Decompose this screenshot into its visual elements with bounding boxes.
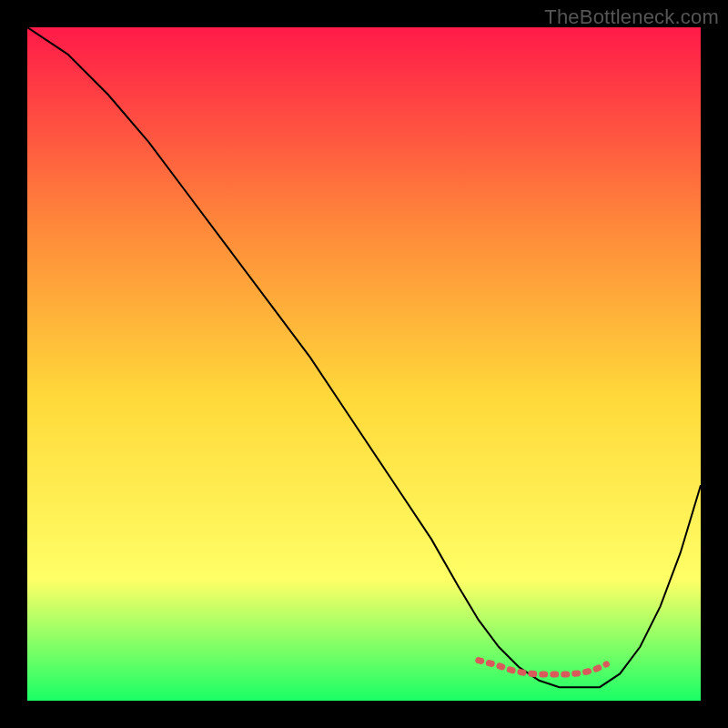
chart-container: TheBottleneck.com	[0, 0, 728, 728]
plot-area	[27, 27, 701, 701]
watermark-text: TheBottleneck.com	[544, 5, 719, 29]
chart-svg	[27, 27, 701, 701]
gradient-background	[27, 27, 701, 701]
